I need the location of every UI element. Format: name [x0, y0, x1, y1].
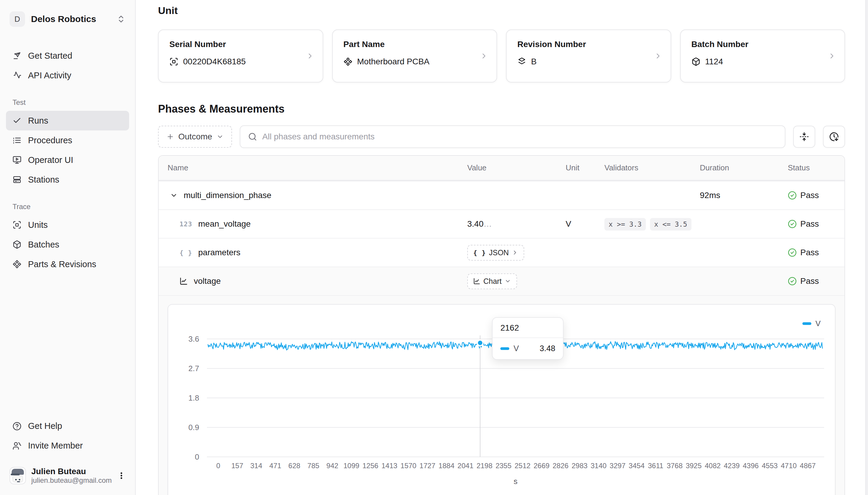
- column-header-duration: Duration: [700, 163, 788, 172]
- app-window: D Delos Robotics Get Started API Activit…: [0, 0, 868, 495]
- clock-arrow-down-icon: [829, 132, 839, 141]
- x-axis-tick: 1727: [420, 462, 435, 470]
- component-icon: [344, 57, 353, 66]
- ellipsis-vertical-icon[interactable]: [117, 471, 126, 480]
- send-icon: [13, 51, 21, 60]
- sidebar-item-label: Parts & Revisions: [28, 259, 96, 269]
- chevron-right-icon: [828, 52, 836, 60]
- x-axis-tick: 0: [216, 462, 220, 470]
- circle-check-icon: [788, 277, 797, 286]
- box-icon: [691, 57, 701, 66]
- measurements-table: Name Value Unit Validators Duration Stat…: [158, 155, 845, 495]
- user-menu[interactable]: Julien Buteau julien.buteau@gmail.com: [6, 463, 129, 488]
- sidebar-item-units[interactable]: Units: [6, 215, 129, 235]
- search-box: [240, 125, 785, 148]
- chevron-down-icon[interactable]: [170, 191, 178, 199]
- sidebar: D Delos Robotics Get Started API Activit…: [0, 0, 136, 495]
- org-name: Delos Robotics: [31, 14, 111, 24]
- voltage-chart[interactable]: 00.91.82.73.6 01573144716287859421099125…: [167, 304, 835, 495]
- sidebar-item-invite-member[interactable]: Invite Member: [6, 436, 129, 456]
- sidebar-item-label: API Activity: [28, 71, 71, 81]
- revision-number-card[interactable]: Revision Number B: [506, 30, 671, 83]
- sidebar-item-parts-revisions[interactable]: Parts & Revisions: [6, 254, 129, 274]
- collapse-rows-button[interactable]: [793, 126, 815, 148]
- x-axis-tick: 4239: [724, 462, 739, 470]
- main-content: Unit Serial Number 00220D4K68185 Part Na…: [136, 0, 868, 495]
- sidebar-section-trace: Trace: [6, 203, 129, 211]
- batch-number-card[interactable]: Batch Number 1124: [680, 30, 845, 83]
- x-axis-tick: 3297: [610, 462, 626, 470]
- card-label: Batch Number: [691, 40, 834, 49]
- chart-tooltip: 2162 V 3.48: [492, 317, 563, 360]
- layers-icon: [517, 57, 526, 66]
- x-axis-tick: 785: [307, 462, 320, 470]
- table-row-mean-voltage[interactable]: 123 mean_voltage 3.40… V x >= 3.3x <= 3.…: [159, 210, 845, 239]
- activity-icon: [13, 71, 21, 80]
- measurement-value: 3.40…: [467, 219, 566, 229]
- tooltip-series-label: V: [513, 344, 535, 353]
- series-label: V: [816, 319, 821, 328]
- number-type-icon: 123: [180, 220, 192, 228]
- x-axis-tick: 628: [288, 462, 300, 470]
- tooltip-value: 3.48: [540, 344, 556, 353]
- avatar: [10, 467, 26, 484]
- sidebar-item-stations[interactable]: Stations: [6, 170, 129, 189]
- column-header-status: Status: [788, 163, 845, 172]
- voltage-chart-expanded-section: 00.91.82.73.6 01573144716287859421099125…: [159, 296, 845, 495]
- list-icon: [13, 136, 21, 145]
- column-header-validators: Validators: [604, 163, 700, 172]
- history-button[interactable]: [823, 126, 845, 148]
- user-plus-icon: [13, 441, 21, 450]
- table-row-multi-dimension-phase[interactable]: multi_dimension_phase 92ms Pass: [159, 182, 845, 210]
- series-swatch: [802, 322, 811, 325]
- card-label: Revision Number: [517, 40, 660, 49]
- table-row-parameters[interactable]: { } parameters { } JSON Pass: [159, 239, 845, 267]
- validators-cell: x >= 3.3x <= 3.5: [604, 219, 700, 229]
- search-icon: [248, 132, 257, 141]
- serial-number-card[interactable]: Serial Number 00220D4K68185: [158, 30, 323, 83]
- sidebar-item-label: Runs: [28, 116, 48, 126]
- y-axis-tick: 2.7: [173, 364, 199, 373]
- serial-number-value: 00220D4K68185: [183, 57, 246, 66]
- x-axis-tick: 4396: [743, 462, 758, 470]
- org-switcher[interactable]: D Delos Robotics: [6, 9, 129, 29]
- sidebar-item-api-activity[interactable]: API Activity: [6, 66, 129, 85]
- column-header-value: Value: [467, 163, 566, 172]
- vertical-scrollbar[interactable]: [865, 0, 868, 495]
- braces-icon: { }: [180, 249, 192, 256]
- component-icon: [13, 260, 21, 269]
- x-axis-tick: 2512: [515, 462, 530, 470]
- tooltip-x-value: 2162: [493, 318, 563, 338]
- sidebar-item-runs[interactable]: Runs: [6, 111, 129, 131]
- x-axis-unit-label: s: [514, 477, 518, 486]
- table-row-voltage[interactable]: voltage Chart Pass: [159, 267, 845, 296]
- x-axis-tick: 1413: [381, 462, 397, 470]
- sidebar-item-label: Get Started: [28, 51, 72, 61]
- x-axis-tick: 1884: [439, 462, 455, 470]
- card-label: Part Name: [344, 40, 486, 49]
- circle-check-icon: [788, 220, 797, 228]
- x-axis-tick: 3140: [591, 462, 606, 470]
- sidebar-item-batches[interactable]: Batches: [6, 235, 129, 254]
- json-expand-pill[interactable]: { } JSON: [467, 245, 524, 261]
- outcome-filter-button[interactable]: Outcome: [158, 126, 232, 148]
- search-input[interactable]: [262, 132, 777, 141]
- sidebar-item-get-started[interactable]: Get Started: [6, 46, 129, 66]
- x-axis-tick: 471: [269, 462, 281, 470]
- chart-toggle-pill[interactable]: Chart: [467, 273, 517, 289]
- part-name-card[interactable]: Part Name Motherboard PCBA: [332, 30, 497, 83]
- chart-line-icon: [473, 277, 480, 285]
- x-axis-tick: 314: [250, 462, 262, 470]
- x-axis-tick: 4867: [800, 462, 816, 470]
- chart-legend[interactable]: V: [802, 319, 821, 328]
- user-name: Julien Buteau: [31, 466, 112, 477]
- status-badge: Pass: [788, 276, 845, 286]
- scan-icon: [169, 57, 178, 66]
- sidebar-item-get-help[interactable]: Get Help: [6, 416, 129, 436]
- box-icon: [13, 240, 21, 249]
- sidebar-item-procedures[interactable]: Procedures: [6, 131, 129, 150]
- sidebar-item-operator-ui[interactable]: Operator UI: [6, 150, 129, 170]
- filter-row: Outcome: [158, 125, 845, 148]
- x-axis-tick: 2669: [534, 462, 549, 470]
- measurement-name: mean_voltage: [198, 219, 251, 229]
